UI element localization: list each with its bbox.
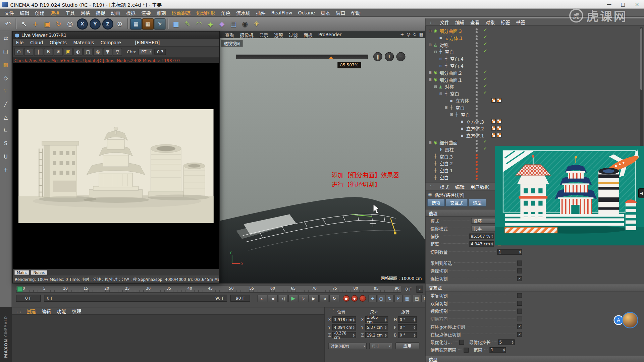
enabled-checkmark[interactable] xyxy=(483,174,488,180)
size-mode-dropdown[interactable]: 尺寸 xyxy=(369,343,392,349)
visibility-dots[interactable] xyxy=(476,133,478,138)
object-name[interactable]: 细分曲面 xyxy=(439,139,458,145)
texture-tag-icon[interactable] xyxy=(497,126,501,130)
expand-icon[interactable]: ⊞ xyxy=(439,56,443,60)
generator-icon[interactable]: ◠ xyxy=(194,18,205,30)
object-name[interactable]: 空白 xyxy=(461,111,470,118)
menu-item[interactable]: File xyxy=(13,40,27,45)
enabled-checkmark[interactable] xyxy=(483,104,488,110)
frame-range-bar[interactable]: 0 F 90 F xyxy=(44,295,227,302)
live-selection-icon[interactable]: ↖ xyxy=(18,18,30,30)
zoom-out-button[interactable]: − xyxy=(396,52,406,61)
next-key-icon[interactable]: ▶ xyxy=(309,295,319,302)
z-axis-lock-icon[interactable]: Z xyxy=(102,18,113,29)
stop-pole-checkbox[interactable] xyxy=(517,332,522,337)
position-z-field[interactable]: -0.378 cm▲▼ xyxy=(332,332,356,338)
menu-item[interactable]: 运动图形 xyxy=(194,9,218,16)
expand-icon[interactable]: ⊟ xyxy=(428,28,432,33)
stepper-icon[interactable]: ▲▼ xyxy=(353,325,355,329)
texture-tag-icon[interactable] xyxy=(497,133,501,137)
menu-item[interactable]: Cloud xyxy=(27,40,46,45)
repeat-cut-checkbox[interactable] xyxy=(517,293,522,298)
points-mode-icon[interactable]: ∵ xyxy=(1,86,10,96)
autokey-icon[interactable]: ◆ xyxy=(351,295,358,302)
object-name[interactable]: 空白.2 xyxy=(439,160,453,167)
object-name[interactable]: 空白 xyxy=(450,90,459,97)
region-render-icon[interactable]: R xyxy=(44,48,53,56)
mograph-icon[interactable]: ◈ xyxy=(205,18,216,30)
current-frame-field[interactable]: 0 F xyxy=(16,295,41,302)
enabled-checkmark[interactable] xyxy=(483,76,488,82)
object-name[interactable]: 细分曲面.2 xyxy=(439,69,462,76)
visibility-dots[interactable] xyxy=(476,70,478,75)
stepper-icon[interactable]: ▲▼ xyxy=(512,340,513,344)
stepper-icon[interactable]: ▲▼ xyxy=(353,318,355,321)
keyframe-selection-icon[interactable]: ◦ xyxy=(359,295,366,302)
menu-item[interactable]: 模式 xyxy=(437,183,452,190)
menu-item[interactable]: 纹理 xyxy=(69,308,84,314)
next-frame-icon[interactable]: ▷ xyxy=(299,295,308,302)
undo-icon[interactable]: ↶ xyxy=(2,18,13,30)
object-name[interactable]: 圆柱 xyxy=(445,146,454,153)
visibility-dots[interactable] xyxy=(476,105,478,110)
attribute-tab[interactable]: 选项 xyxy=(427,199,445,206)
toggle-view-icon[interactable]: ▦ xyxy=(419,32,424,37)
texture-tag-icon[interactable] xyxy=(497,119,501,123)
object-tree-row[interactable]: ⊟ ◉ 细分曲面.1 xyxy=(427,76,638,83)
panel-grip-icon[interactable]: ⋮⋮ xyxy=(328,309,335,313)
goto-end-icon[interactable]: ⇥ xyxy=(319,295,329,302)
object-tree-row[interactable]: ⊟ ┼ 空白 xyxy=(427,90,638,97)
size-y-field[interactable]: 5.37 cm▲▼ xyxy=(365,324,388,330)
edges-mode-icon[interactable]: ╱ xyxy=(1,99,10,109)
model-mode-icon[interactable]: ▢ xyxy=(1,46,10,57)
rotate-icon[interactable]: ↻ xyxy=(53,18,64,30)
bidirectional-checkbox[interactable] xyxy=(517,301,522,306)
power-icon[interactable]: ⊙ xyxy=(14,48,23,56)
texture-tag-icon[interactable] xyxy=(491,119,495,123)
record-position-icon[interactable]: + xyxy=(368,295,376,302)
menu-item[interactable]: Octane xyxy=(295,10,318,15)
menu-item[interactable]: 角色 xyxy=(218,9,233,16)
menu-item[interactable]: ProRender xyxy=(315,32,344,38)
channel-dropdown[interactable]: PT xyxy=(139,49,153,55)
make-editable-icon[interactable]: ⇄ xyxy=(1,33,10,44)
object-name[interactable]: 对称 xyxy=(445,83,454,90)
object-tree-row[interactable]: ⊟ ◉ 细分曲面 3 xyxy=(427,27,638,34)
select-cuts-checkbox[interactable] xyxy=(517,268,522,273)
deformer-icon[interactable]: ◆ xyxy=(216,18,227,30)
visibility-dots[interactable] xyxy=(476,35,478,40)
object-name[interactable]: 立方体.1 xyxy=(445,34,463,41)
object-name[interactable]: 立方体.2 xyxy=(466,125,484,132)
preview-tab[interactable]: Noise. xyxy=(31,270,47,275)
menu-item[interactable]: 网格 xyxy=(77,9,93,16)
settings-icon[interactable]: ✳ xyxy=(54,48,63,56)
visibility-dots[interactable] xyxy=(476,126,478,131)
expand-icon[interactable]: ⊟ xyxy=(433,84,438,88)
record-keyframe-icon[interactable]: ● xyxy=(343,295,350,302)
visibility-dots[interactable] xyxy=(476,112,478,117)
record-rotation-icon[interactable]: ↻ xyxy=(386,295,394,302)
menu-item[interactable]: 过滤 xyxy=(286,32,301,38)
enabled-checkmark[interactable] xyxy=(483,153,488,159)
visibility-dots[interactable] xyxy=(476,119,478,124)
panel-grip-icon[interactable]: ⋮⋮ xyxy=(429,20,435,24)
connect-cuts-checkbox[interactable] xyxy=(517,276,522,281)
menu-item[interactable]: 动画 xyxy=(108,9,123,16)
object-name[interactable]: 空白.4 xyxy=(450,62,464,69)
menu-item[interactable]: 选项 xyxy=(271,32,286,38)
visibility-dots[interactable] xyxy=(476,98,478,103)
loop-icon[interactable]: ↻ xyxy=(329,295,339,302)
enabled-checkmark[interactable] xyxy=(483,132,488,138)
object-tree-row[interactable]: ▪ 立方体.2 xyxy=(427,125,638,132)
object-name[interactable]: 空白.4 xyxy=(450,55,464,62)
menu-item[interactable]: Objects xyxy=(46,40,70,45)
visibility-dots[interactable] xyxy=(476,140,478,145)
prorender-progress-slider[interactable] xyxy=(236,55,368,59)
stepper-icon[interactable]: ▲▼ xyxy=(385,325,386,329)
pause-icon[interactable]: ‖ xyxy=(34,48,43,56)
menu-item[interactable]: 面板 xyxy=(301,32,315,38)
cuts-field[interactable]: 1▲▼ xyxy=(497,249,522,255)
stepper-icon[interactable]: ▲▼ xyxy=(503,348,505,352)
visibility-dots[interactable] xyxy=(476,147,478,152)
render-settings-icon[interactable]: ✳ xyxy=(154,18,165,29)
